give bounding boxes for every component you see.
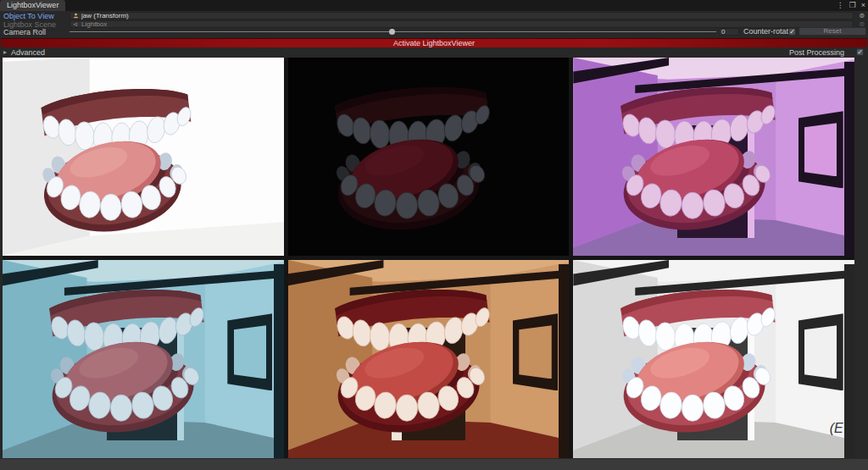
camera-roll-label: Camera Roll (3, 29, 46, 36)
lightboxviewer-window: LightboxViewer ⋮ ❐ × Object To View jaw … (0, 0, 868, 470)
tab-lightboxviewer[interactable]: LightboxViewer (0, 0, 65, 11)
object-to-view-label: Object To View (3, 13, 54, 20)
object-field-value: jaw (Transform) (81, 13, 129, 19)
lightbox-preview-grid: (E (3, 58, 854, 458)
window-menu-icon[interactable]: ⋮ (837, 0, 844, 11)
camera-roll-value-field[interactable]: 0 (719, 28, 739, 36)
advanced-row: ▸ Advanced Post Processing ✓ (0, 48, 868, 57)
denture-model (33, 282, 213, 440)
preview-pane-white[interactable] (3, 58, 284, 256)
scene-asset-icon: ⊲ (73, 21, 79, 27)
denture-model (319, 80, 498, 238)
preview-pane-gray[interactable]: (E (573, 260, 854, 458)
activate-lightboxviewer-button[interactable]: Activate LightboxViewer (1, 38, 867, 47)
denture-model (604, 282, 784, 440)
check-icon: ✓ (789, 28, 795, 36)
denture-model (319, 282, 498, 440)
window-footer (0, 459, 868, 470)
scene-field-value: Lightbox (81, 21, 107, 27)
check-icon: ✓ (857, 48, 863, 56)
denture-model (604, 80, 784, 238)
window-layout-icon[interactable]: ❐ (849, 0, 856, 11)
post-processing-checkbox[interactable]: ✓ (856, 48, 864, 56)
counter-rotate-label: Counter-rotate (743, 28, 793, 36)
reset-button[interactable]: Reset (798, 27, 866, 36)
object-picker-icon[interactable]: ⊚ (857, 12, 866, 19)
tab-bar: LightboxViewer ⋮ ❐ × (0, 0, 868, 11)
window-close-icon[interactable]: × (861, 0, 865, 11)
preview-pane-dark[interactable] (288, 58, 570, 256)
counter-rotate-checkbox[interactable]: ✓ (788, 28, 796, 36)
advanced-foldout-caret-icon[interactable]: ▸ (3, 48, 7, 57)
denture-model (25, 81, 200, 240)
wall-text: (E (830, 421, 843, 436)
preview-pane-blue[interactable] (3, 260, 284, 458)
camera-roll-slider-thumb[interactable] (389, 29, 395, 35)
transform-avatar-icon (73, 13, 79, 19)
lightbox-scene-field[interactable]: ⊲ Lightbox (70, 20, 854, 28)
post-processing-label: Post Processing (789, 48, 844, 57)
preview-pane-orange[interactable] (288, 260, 570, 458)
advanced-foldout-label[interactable]: Advanced (11, 48, 45, 57)
preview-pane-purple[interactable] (573, 58, 854, 256)
object-to-view-field[interactable]: jaw (Transform) (70, 12, 854, 19)
